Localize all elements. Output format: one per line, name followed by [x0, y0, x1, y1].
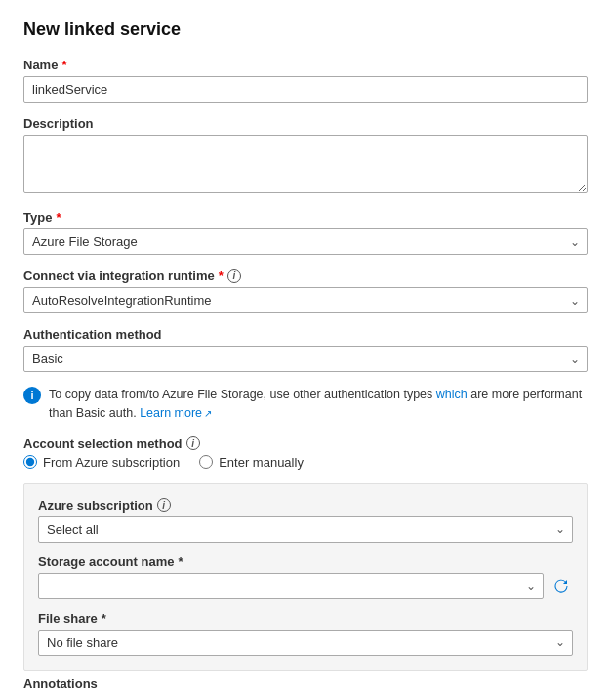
annotations-section: Annotations + New	[23, 677, 588, 701]
file-share-select-wrapper: No file share ⌄	[38, 630, 573, 656]
file-share-label: File share *	[38, 611, 573, 626]
account-selection-field-group: Account selection method i From Azure su…	[23, 436, 588, 470]
azure-subscription-info-icon: i	[157, 498, 171, 512]
page-title: New linked service	[23, 20, 588, 40]
name-field-group: Name *	[23, 58, 588, 103]
type-required-marker: *	[56, 210, 61, 225]
ir-info-icon: i	[227, 269, 241, 283]
radio-from-azure-subscription-label: From Azure subscription	[43, 455, 180, 470]
storage-account-refresh-button[interactable]	[550, 576, 573, 596]
file-share-required-marker: *	[102, 611, 106, 626]
auth-method-select-wrapper: Basic ⌄	[23, 346, 588, 372]
radio-enter-manually-label: Enter manually	[219, 455, 304, 470]
name-label: Name *	[23, 58, 588, 72]
auth-method-label: Authentication method	[23, 327, 588, 342]
type-label: Type *	[23, 210, 588, 225]
radio-from-azure-subscription-input[interactable]	[23, 455, 37, 469]
ir-required-marker: *	[219, 268, 224, 283]
storage-account-select-wrapper: ⌄	[38, 573, 544, 599]
radio-from-azure-subscription[interactable]: From Azure subscription	[23, 455, 180, 470]
azure-subscription-select-wrapper: Select all ⌄	[38, 516, 573, 543]
file-share-select[interactable]: No file share	[38, 630, 573, 656]
description-label: Description	[23, 116, 588, 131]
account-selection-radio-group: From Azure subscription Enter manually	[23, 455, 588, 470]
integration-runtime-label: Connect via integration runtime * i	[23, 268, 588, 283]
radio-enter-manually[interactable]: Enter manually	[199, 455, 304, 470]
name-required-marker: *	[61, 58, 66, 72]
storage-account-name-label: Storage account name *	[38, 555, 573, 569]
learn-more-link[interactable]: Learn more	[140, 406, 202, 420]
name-input[interactable]	[23, 76, 588, 103]
account-selection-info-icon: i	[186, 436, 200, 450]
description-input[interactable]	[23, 135, 588, 193]
integration-runtime-field-group: Connect via integration runtime * i Auto…	[23, 268, 588, 313]
storage-account-select[interactable]	[38, 573, 544, 599]
storage-account-select-row: ⌄	[38, 573, 573, 599]
type-select[interactable]: Azure File Storage	[23, 228, 588, 255]
external-link-icon: ↗	[204, 408, 212, 419]
auth-types-link[interactable]: which	[436, 388, 468, 401]
refresh-icon	[553, 578, 569, 594]
azure-subscription-select[interactable]: Select all	[38, 516, 573, 543]
new-linked-service-panel: New linked service Name * Description Ty…	[0, 0, 611, 700]
subscription-section: Azure subscription i Select all ⌄ Storag…	[23, 483, 588, 671]
info-banner-text: To copy data from/to Azure File Storage,…	[49, 386, 588, 423]
azure-subscription-label: Azure subscription i	[38, 498, 573, 513]
file-share-field-group: File share * No file share ⌄	[38, 611, 573, 656]
description-field-group: Description	[23, 116, 588, 196]
storage-account-name-field-group: Storage account name * ⌄	[38, 555, 573, 599]
info-banner-icon: i	[23, 387, 41, 404]
auth-method-field-group: Authentication method Basic ⌄	[23, 327, 588, 372]
ir-select-wrapper: AutoResolveIntegrationRuntime ⌄	[23, 287, 588, 313]
account-selection-label: Account selection method i	[23, 436, 588, 451]
type-select-wrapper: Azure File Storage ⌄	[23, 228, 588, 255]
azure-subscription-field-group: Azure subscription i Select all ⌄	[38, 498, 573, 543]
storage-account-required-marker: *	[178, 555, 183, 569]
radio-enter-manually-input[interactable]	[199, 455, 213, 469]
info-banner: i To copy data from/to Azure File Storag…	[23, 386, 588, 423]
add-annotation-button[interactable]: + New	[23, 695, 63, 701]
type-field-group: Type * Azure File Storage ⌄	[23, 210, 588, 255]
auth-method-select[interactable]: Basic	[23, 346, 588, 372]
ir-select[interactable]: AutoResolveIntegrationRuntime	[23, 287, 588, 313]
annotations-label: Annotations	[23, 677, 588, 691]
